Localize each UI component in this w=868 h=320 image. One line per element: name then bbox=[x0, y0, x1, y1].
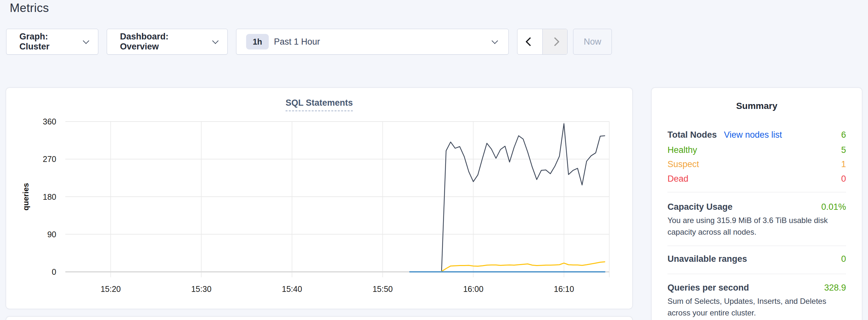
dead-nodes-row: Dead 0 bbox=[668, 174, 846, 184]
suspect-label: Suspect bbox=[668, 159, 699, 169]
time-range-badge: 1h bbox=[246, 34, 269, 50]
now-button[interactable]: Now bbox=[573, 29, 612, 55]
x-tick-label: 15:20 bbox=[100, 284, 121, 293]
healthy-label: Healthy bbox=[668, 145, 697, 155]
capacity-usage-description: You are using 315.9 MiB of 3.6 TiB usabl… bbox=[668, 215, 846, 238]
y-tick-label: 270 bbox=[43, 155, 56, 164]
chevron-down-icon bbox=[212, 37, 219, 44]
queries-per-second-label: Queries per second bbox=[668, 283, 749, 293]
time-range-label: Past 1 Hour bbox=[274, 37, 485, 47]
queries-per-second-value: 328.9 bbox=[824, 283, 846, 293]
x-tick-label: 16:00 bbox=[463, 284, 484, 293]
y-tick-label: 180 bbox=[43, 192, 56, 201]
queries-per-second-row: Queries per second 328.9 bbox=[668, 283, 846, 293]
unavailable-ranges-value: 0 bbox=[841, 254, 846, 264]
chevron-down-icon bbox=[492, 37, 498, 44]
y-tick-label: 90 bbox=[47, 230, 56, 239]
dead-value: 0 bbox=[841, 174, 846, 184]
view-nodes-link[interactable]: View nodes list bbox=[724, 130, 782, 140]
capacity-usage-row: Capacity Usage 0.01% bbox=[668, 202, 846, 212]
total-nodes-row: Total Nodes View nodes list 6 bbox=[668, 130, 846, 140]
graph-dropdown-label: Graph: Cluster bbox=[20, 32, 76, 52]
graph-dropdown[interactable]: Graph: Cluster bbox=[6, 29, 98, 55]
dead-label: Dead bbox=[668, 174, 688, 184]
dashboard-dropdown-label: Dashboard: Overview bbox=[120, 32, 205, 52]
chevron-down-icon bbox=[83, 37, 89, 44]
page-title: Metrics bbox=[10, 1, 49, 15]
sql-statements-chart-plot[interactable]: 09018027036015:2015:3015:4015:5016:0016:… bbox=[6, 88, 632, 309]
suspect-value: 1 bbox=[841, 159, 846, 169]
capacity-usage-label: Capacity Usage bbox=[668, 202, 733, 212]
divider bbox=[668, 192, 846, 192]
x-tick-label: 15:40 bbox=[282, 284, 302, 293]
divider bbox=[668, 246, 846, 246]
x-tick-label: 15:50 bbox=[373, 284, 393, 293]
total-nodes-value: 6 bbox=[841, 130, 846, 140]
total-nodes-label: Total Nodes bbox=[668, 130, 717, 140]
time-step-buttons bbox=[517, 29, 567, 55]
x-tick-label: 16:10 bbox=[554, 284, 575, 293]
unavailable-ranges-label: Unavailable ranges bbox=[668, 254, 747, 264]
chevron-left-icon bbox=[525, 37, 534, 46]
y-tick-label: 360 bbox=[43, 117, 56, 126]
capacity-usage-value: 0.01% bbox=[821, 202, 846, 212]
navy-series-line bbox=[441, 124, 605, 271]
divider bbox=[668, 274, 846, 274]
chevron-right-icon bbox=[551, 37, 559, 46]
next-time-button[interactable] bbox=[542, 29, 567, 54]
x-tick-label: 15:30 bbox=[191, 284, 212, 293]
dashboard-dropdown[interactable]: Dashboard: Overview bbox=[107, 29, 228, 55]
next-chart-panel bbox=[6, 317, 632, 320]
y-tick-label: 0 bbox=[52, 267, 56, 276]
suspect-nodes-row: Suspect 1 bbox=[668, 159, 846, 169]
healthy-value: 5 bbox=[841, 145, 846, 155]
yellow-series-line bbox=[441, 262, 605, 271]
time-range-picker[interactable]: 1h Past 1 Hour bbox=[236, 29, 509, 55]
prev-time-button[interactable] bbox=[518, 29, 542, 54]
sql-statements-chart-panel: SQL Statements 09018027036015:2015:3015:… bbox=[6, 88, 632, 309]
summary-title: Summary bbox=[668, 101, 846, 111]
unavailable-ranges-row: Unavailable ranges 0 bbox=[668, 254, 846, 264]
queries-per-second-description: Sum of Selects, Updates, Inserts, and De… bbox=[668, 295, 846, 319]
summary-panel: Summary Total Nodes View nodes list 6 He… bbox=[652, 88, 862, 320]
healthy-nodes-row: Healthy 5 bbox=[668, 145, 846, 155]
y-axis-label: queries bbox=[21, 183, 30, 211]
